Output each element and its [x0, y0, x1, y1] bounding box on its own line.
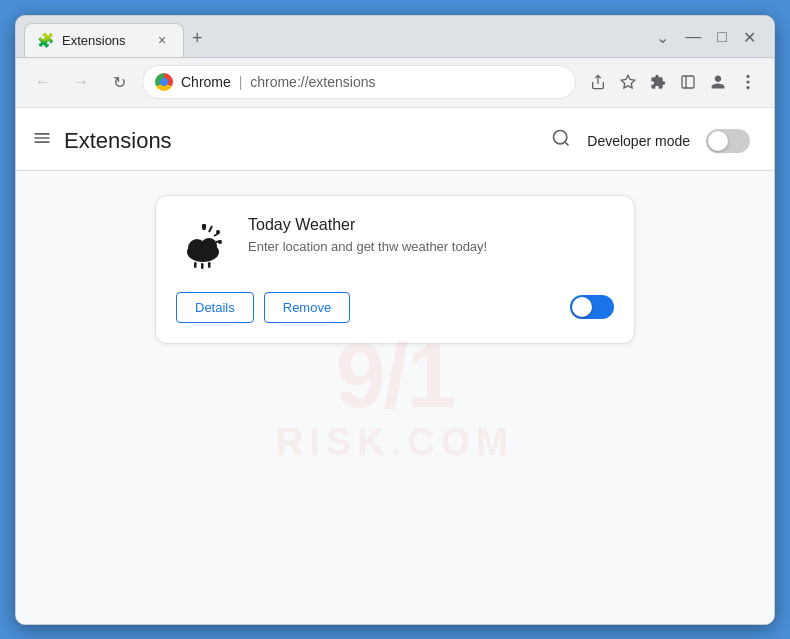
- tab-title: Extensions: [62, 33, 145, 48]
- svg-marker-1: [621, 75, 634, 88]
- tab-area: 🧩 Extensions × +: [24, 23, 650, 57]
- svg-rect-21: [201, 263, 204, 269]
- browser-window: 🧩 Extensions × + ⌄ — □ ✕ ← → ↻ Chrome | …: [15, 15, 775, 625]
- address-text: Chrome | chrome://extensions: [181, 74, 563, 90]
- profile-icon[interactable]: [704, 68, 732, 96]
- svg-rect-2: [682, 76, 694, 88]
- remove-button[interactable]: Remove: [264, 292, 350, 323]
- forward-button[interactable]: →: [66, 67, 96, 97]
- maximize-button[interactable]: □: [711, 26, 733, 48]
- title-bar: 🧩 Extensions × + ⌄ — □ ✕: [16, 16, 774, 58]
- toggle-knob: [708, 131, 728, 151]
- nav-bar: ← → ↻ Chrome | chrome://extensions: [16, 58, 774, 108]
- extension-icon: [176, 216, 232, 272]
- card-name: Today Weather: [248, 216, 614, 234]
- dev-mode-toggle[interactable]: [706, 129, 750, 153]
- address-path: chrome://extensions: [250, 74, 375, 90]
- reload-button[interactable]: ↻: [104, 67, 134, 97]
- extension-toggle[interactable]: [570, 295, 614, 319]
- address-bar[interactable]: Chrome | chrome://extensions: [142, 65, 576, 99]
- address-separator: |: [239, 74, 243, 90]
- dev-mode-label: Developer mode: [587, 133, 690, 149]
- menu-icon[interactable]: [734, 68, 762, 96]
- card-description: Enter location and get thw weather today…: [248, 238, 614, 256]
- svg-point-19: [201, 238, 217, 254]
- sidebar-icon[interactable]: [674, 68, 702, 96]
- svg-rect-20: [194, 262, 197, 268]
- extensions-body: 9/1 RISK.COM: [16, 171, 774, 624]
- extension-toggle-knob: [572, 297, 592, 317]
- svg-line-16: [216, 241, 221, 242]
- nav-icons: [584, 68, 762, 96]
- card-info: Today Weather Enter location and get thw…: [248, 216, 614, 256]
- svg-line-15: [214, 233, 219, 236]
- back-button[interactable]: ←: [28, 67, 58, 97]
- svg-line-8: [565, 142, 569, 146]
- extensions-title-area: Extensions: [32, 128, 172, 154]
- page-content: Extensions Developer mode 9/1: [16, 108, 774, 624]
- card-actions: Details Remove: [176, 292, 614, 323]
- svg-point-4: [746, 75, 749, 78]
- details-button[interactable]: Details: [176, 292, 254, 323]
- svg-point-5: [746, 80, 749, 83]
- bookmark-icon[interactable]: [614, 68, 642, 96]
- extensions-icon[interactable]: [644, 68, 672, 96]
- svg-rect-22: [208, 262, 211, 268]
- svg-line-14: [209, 226, 212, 232]
- minimize-button[interactable]: —: [679, 26, 707, 48]
- hamburger-icon[interactable]: [32, 128, 52, 153]
- svg-point-7: [554, 131, 567, 144]
- page-title: Extensions: [64, 128, 172, 154]
- extensions-controls: Developer mode: [551, 128, 750, 153]
- share-icon[interactable]: [584, 68, 612, 96]
- svg-point-6: [746, 86, 749, 89]
- chevron-down-icon[interactable]: ⌄: [650, 26, 675, 49]
- card-top: Today Weather Enter location and get thw…: [176, 216, 614, 272]
- close-button[interactable]: ✕: [737, 26, 762, 49]
- window-controls: ⌄ — □ ✕: [650, 26, 766, 57]
- search-button[interactable]: [551, 128, 571, 153]
- tab-close-button[interactable]: ×: [153, 31, 171, 49]
- extension-card: Today Weather Enter location and get thw…: [155, 195, 635, 344]
- new-tab-button[interactable]: +: [184, 24, 211, 53]
- address-domain: Chrome: [181, 74, 231, 90]
- chrome-icon: [155, 73, 173, 91]
- extensions-header: Extensions Developer mode: [16, 108, 774, 171]
- tab-favicon: 🧩: [37, 32, 54, 48]
- active-tab[interactable]: 🧩 Extensions ×: [24, 23, 184, 57]
